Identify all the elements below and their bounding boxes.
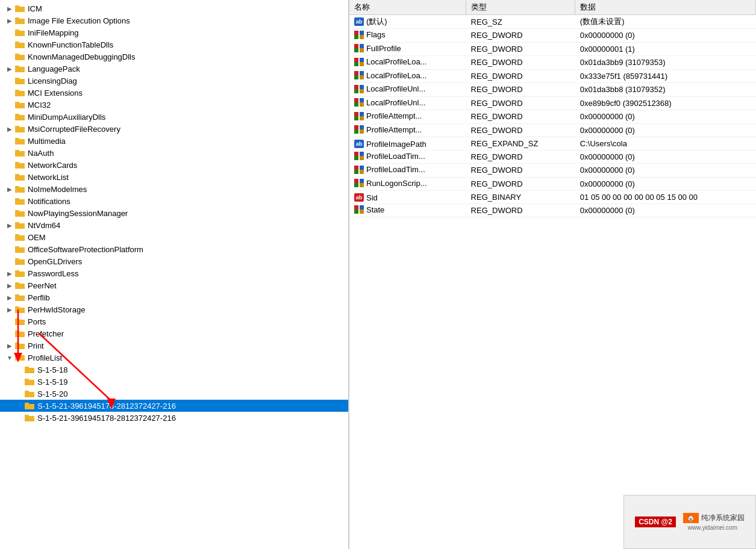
tree-item-s-1-5-21-a[interactable]: S-1-5-21-3961945178-2812372427-216 xyxy=(0,400,348,412)
tree-item-msicorruptedfilerecovery[interactable]: ▶ MsiCorruptedFileRecovery xyxy=(0,123,348,135)
expand-icon[interactable]: ▶ xyxy=(5,220,14,230)
expand-icon[interactable] xyxy=(5,172,14,182)
expand-icon[interactable] xyxy=(5,244,14,254)
tree-item-languagepack[interactable]: ▶ LanguagePack xyxy=(0,63,348,75)
tree-item-noimemodelmes[interactable]: ▶ NoImeModelmes xyxy=(0,183,348,195)
expand-icon[interactable] xyxy=(5,208,14,218)
tree-item-opengldrivers[interactable]: OpenGLDrivers xyxy=(0,255,348,267)
table-row[interactable]: LocalProfileUnl...REG_DWORD0x01da3bb8 (3… xyxy=(349,83,756,97)
expand-icon[interactable] xyxy=(5,232,14,242)
folder-icon xyxy=(14,257,25,265)
tree-item-ports[interactable]: Ports xyxy=(0,315,348,327)
expand-icon[interactable] xyxy=(5,76,14,85)
tree-item-s-1-5-19[interactable]: S-1-5-19 xyxy=(0,376,348,388)
expand-icon[interactable] xyxy=(5,52,14,61)
expand-icon[interactable]: ▶ xyxy=(5,184,14,194)
tree-item-minidumpauxiliarydlls[interactable]: MiniDumpAuxiliaryDlls xyxy=(0,111,348,123)
svg-rect-35 xyxy=(15,140,25,144)
expand-icon[interactable]: ▶ xyxy=(5,268,14,278)
tree-item-icm[interactable]: ▶ ICM xyxy=(0,2,348,14)
tree-item-s-1-5-20[interactable]: S-1-5-20 xyxy=(0,388,348,400)
tree-item-print[interactable]: ▶ Print xyxy=(0,340,348,352)
expand-icon[interactable] xyxy=(5,256,14,266)
expand-icon[interactable] xyxy=(5,148,14,158)
folder-icon xyxy=(14,197,25,205)
reg-data-cell: (数值未设置) xyxy=(575,15,756,29)
folder-icon xyxy=(14,161,25,169)
expand-icon[interactable] xyxy=(5,100,14,110)
tree-item-profilelist[interactable]: ▼ ProfileList xyxy=(0,352,348,364)
table-row[interactable]: ProfileAttempt...REG_DWORD0x00000000 (0) xyxy=(349,123,756,137)
expand-icon[interactable]: ▶ xyxy=(5,341,14,350)
reg-type-cell: REG_DWORD xyxy=(466,164,575,178)
tree-item-networklist[interactable]: NetworkList xyxy=(0,171,348,183)
table-row[interactable]: abProfileImagePathREG_EXPAND_SZC:\Users\… xyxy=(349,137,756,150)
expand-icon[interactable] xyxy=(14,389,24,399)
table-row[interactable]: abSidREG_BINARY01 05 00 00 00 00 00 05 1… xyxy=(349,191,756,204)
table-row[interactable]: LocalProfileUnl...REG_DWORD0xe89b9cf0 (3… xyxy=(349,96,756,110)
tree-item-perhwidstorage[interactable]: ▶ PerHwIdStorage xyxy=(0,303,348,315)
expand-icon[interactable] xyxy=(5,329,14,338)
tree-item-passwordless[interactable]: ▶ PasswordLess xyxy=(0,267,348,279)
tree-item-networkcards[interactable]: NetworkCards xyxy=(0,159,348,171)
tree-item-officesoftwareprotectionplatform[interactable]: OfficeSoftwareProtectionPlatform xyxy=(0,243,348,255)
tree-item-naauth[interactable]: NaAuth xyxy=(0,147,348,159)
table-row[interactable]: StateREG_DWORD0x00000000 (0) xyxy=(349,203,756,217)
expand-icon[interactable]: ▶ xyxy=(5,305,14,314)
tree-item-mci32[interactable]: MCI32 xyxy=(0,99,348,111)
table-row[interactable]: ab(默认)REG_SZ(数值未设置) xyxy=(349,15,756,29)
reg-name-cell: RunLogonScrip... xyxy=(349,177,466,191)
reg-name-cell: ProfileAttempt... xyxy=(349,110,466,124)
tree-item-mciextensions[interactable]: MCI Extensions xyxy=(0,87,348,99)
svg-rect-92 xyxy=(25,368,34,373)
tree-item-oem[interactable]: OEM xyxy=(0,231,348,243)
expand-icon[interactable] xyxy=(5,88,14,98)
table-row[interactable]: ProfileLoadTim...REG_DWORD0x00000000 (0) xyxy=(349,164,756,178)
expand-icon[interactable] xyxy=(14,413,24,423)
tree-item-s-1-5-18[interactable]: S-1-5-18 xyxy=(0,364,348,376)
table-row[interactable]: FullProfileREG_DWORD0x00000001 (1) xyxy=(349,42,756,56)
tree-item-multimedia[interactable]: Multimedia xyxy=(0,135,348,147)
yidaimei-badge: 🏠 xyxy=(683,513,699,523)
expand-icon[interactable] xyxy=(5,136,14,146)
expand-icon[interactable]: ▶ xyxy=(5,16,14,25)
expand-icon[interactable]: ▶ xyxy=(5,64,14,73)
tree-item-s-1-5-21-b[interactable]: S-1-5-21-3961945178-2812372427-216 xyxy=(0,412,348,424)
tree-item-inifilemapping[interactable]: IniFileMapping xyxy=(0,26,348,39)
table-row[interactable]: ProfileAttempt...REG_DWORD0x00000000 (0) xyxy=(349,110,756,124)
tree-item-licensingdiag[interactable]: LicensingDiag xyxy=(0,75,348,87)
expand-icon[interactable] xyxy=(5,160,14,170)
expand-icon[interactable] xyxy=(5,112,14,122)
expand-icon[interactable]: ▶ xyxy=(5,4,14,13)
table-row[interactable]: ProfileLoadTim...REG_DWORD0x00000000 (0) xyxy=(349,150,756,164)
tree-item-imagefileexecution[interactable]: ▶ Image File Execution Options xyxy=(0,14,348,26)
reg-name-cell: ProfileAttempt... xyxy=(349,123,466,137)
expand-icon[interactable] xyxy=(5,317,14,326)
table-row[interactable]: FlagsREG_DWORD0x00000000 (0) xyxy=(349,29,756,43)
expand-icon[interactable]: ▶ xyxy=(5,124,14,134)
tree-item-knownmanageddebuggingdlls[interactable]: KnownManagedDebuggingDlls xyxy=(0,51,348,63)
expand-icon[interactable]: ▼ xyxy=(5,353,14,362)
expand-icon[interactable] xyxy=(14,377,24,386)
expand-icon[interactable] xyxy=(5,196,14,206)
reg-type-cell: REG_DWORD xyxy=(466,177,575,191)
watermark-url: www.yidaimei.com xyxy=(681,524,745,531)
expand-icon[interactable]: ▶ xyxy=(5,281,14,290)
table-row[interactable]: LocalProfileLoa...REG_DWORD0x333e75f1 (8… xyxy=(349,69,756,83)
tree-item-nowplayingsessionmanager[interactable]: NowPlayingSessionManager xyxy=(0,207,348,219)
expand-icon[interactable]: ▶ xyxy=(5,293,14,302)
expand-icon[interactable] xyxy=(14,401,24,411)
table-row[interactable]: RunLogonScrip...REG_DWORD0x00000000 (0) xyxy=(349,177,756,191)
tree-item-prefetcher[interactable]: Prefetcher xyxy=(0,327,348,340)
tree-item-perflib[interactable]: ▶ Perflib xyxy=(0,291,348,303)
tree-container[interactable]: ▶ ICM▶ Image File Execution Options IniF… xyxy=(0,0,348,549)
expand-icon[interactable] xyxy=(14,365,24,374)
expand-icon[interactable] xyxy=(5,28,14,37)
table-row[interactable]: LocalProfileLoa...REG_DWORD0x01da3bb9 (3… xyxy=(349,56,756,70)
reg-data-cell: 0x00000000 (0) xyxy=(575,29,756,43)
tree-item-notifications[interactable]: Notifications xyxy=(0,195,348,207)
tree-item-ntvdm64[interactable]: ▶ NtVdm64 xyxy=(0,219,348,231)
tree-item-knownfunctiontabledlls[interactable]: KnownFunctionTableDlls xyxy=(0,39,348,51)
expand-icon[interactable] xyxy=(5,40,14,49)
tree-item-peernet[interactable]: ▶ PeerNet xyxy=(0,279,348,291)
